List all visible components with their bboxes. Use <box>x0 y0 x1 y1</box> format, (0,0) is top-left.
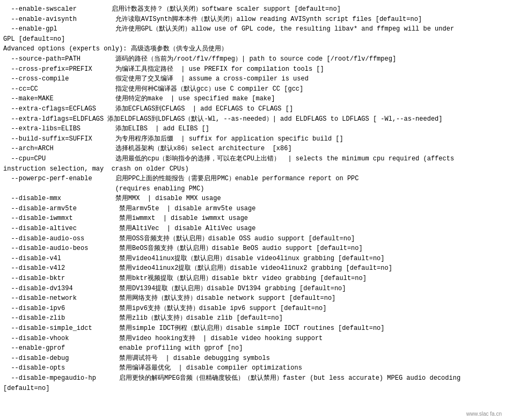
text-line-21: --disable-mmx 禁用MMX | disable MMX usage <box>3 194 502 204</box>
text-line-17: --cpu=CPU 选用最低的cpu（影响指令的选择，可以在老CPU上出错） |… <box>3 154 502 164</box>
text-line-4: GPL [default=no] <box>3 34 502 45</box>
text-line-23: --disable-iwmmxt 禁用iwmmxt | disable iwmm… <box>3 213 502 224</box>
text-line-40: [default=no] <box>3 384 502 394</box>
text-line-2: --enable-avisynth 允许读取AVISynth脚本本件（默认关闭）… <box>3 14 502 25</box>
text-line-18: instruction selection, may crash on olde… <box>3 164 502 174</box>
text-line-37: --disable-debug 禁用调试符号 | disable debuggi… <box>3 353 502 364</box>
text-line-19: --powerpc-perf-enable 启用PPC上面的性能报告（需要启用P… <box>3 174 502 184</box>
text-line-35: --disable-vhook 禁用video hooking支持 | disa… <box>3 334 502 344</box>
watermark: www.slac fa.cn <box>466 410 502 418</box>
text-line-1: --enable-swscaler 启用计数器支持？（默认关闭）software… <box>3 4 502 14</box>
text-line-30: --disable-dv1394 禁用DV1394提取（默认启用）disable… <box>3 284 502 294</box>
text-line-20: (requires enabling PMC) <box>3 184 502 194</box>
main-content: --enable-swscaler 启用计数器支持？（默认关闭）software… <box>3 4 502 393</box>
text-line-34: --disable-simple_idct 禁用simple IDCT例程（默认… <box>3 323 502 334</box>
text-line-24: --disable-altivec 禁用AltiVec | disable Al… <box>3 224 502 234</box>
text-line-12: --extra-cflags=ECFLAGS 添加ECFLAGS到CFLAGS … <box>3 104 502 114</box>
text-line-6: Advanced options (experts only): 高级选项参数（… <box>3 44 502 54</box>
text-line-13: --extra-ldflags=ELDFLAGS 添加ELDFLAGS到LDFL… <box>3 114 502 124</box>
text-line-9: --cross-compile 假定使用了交叉编译 | assume a cro… <box>3 74 502 84</box>
text-line-15: --build-suffix=SUFFIX 为专用程序添加后缀 | suffix… <box>3 134 502 144</box>
text-line-27: --disable-v4l 禁用video4linux提取（默认启用）disab… <box>3 254 502 264</box>
text-line-16: --arch=ARCH 选择机器架构（默认x86）select architec… <box>3 144 502 154</box>
text-line-7: --source-path=PATH 源码的路径（当前为/root/flv/ff… <box>3 54 502 64</box>
text-line-33: --disable-zlib 禁用zlib（默认支持）disable zlib … <box>3 313 502 323</box>
text-line-32: --disable-ipv6 禁用ipv6支持（默认支持）disable ipv… <box>3 304 502 314</box>
text-line-14: --extra-libs=ELIBS 添加ELIBS | add ELIBS [… <box>3 124 502 134</box>
text-line-8: --cross-prefix=PREFIX 为编译工具指定路径 | use PR… <box>3 64 502 75</box>
text-line-3: --enable-gpl 允许使用GPL（默认关闭）allow use of G… <box>3 24 502 34</box>
text-line-31: --disable-network 禁用网络支持（默认支持）disable ne… <box>3 293 502 304</box>
text-line-11: --make=MAKE 使用特定的make | use specified ma… <box>3 94 502 104</box>
text-line-10: --cc=CC 指定使用何种C编译器（默认gcc）use C compiler … <box>3 84 502 94</box>
text-line-38: --disable-opts 禁用编译器最优化 | disable compil… <box>3 363 502 373</box>
text-line-36: --enable-gprof enable profiling with gpr… <box>3 343 502 353</box>
text-line-29: --disable-bktr 禁用bktr视频提取（默认启用）disable b… <box>3 274 502 284</box>
text-line-26: --disable-audio-beos 禁用BeOS音频支持（默认启用）dis… <box>3 244 502 254</box>
text-line-39: --disable-mpegaudio-hp 启用更快的解码MPEG音频（但精确… <box>3 373 502 384</box>
text-line-28: --disable-v4l2 禁用video4linux2提取（默认启用）dis… <box>3 263 502 274</box>
text-line-25: --disable-audio-oss 禁用OSS音频支持（默认启用）disab… <box>3 234 502 244</box>
text-line-22: --disable-armv5te 禁用armv5te | disable ar… <box>3 204 502 214</box>
